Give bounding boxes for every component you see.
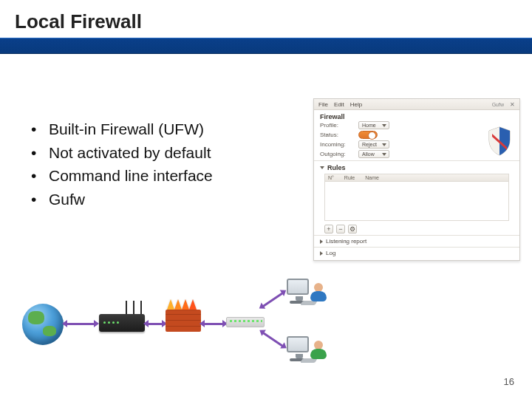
- status-toggle[interactable]: [358, 131, 378, 139]
- shield-icon: [487, 126, 512, 156]
- section-title-rules: Rules: [327, 164, 346, 171]
- section-title-listening: Listening report: [326, 238, 366, 245]
- log-section[interactable]: Log: [314, 247, 519, 259]
- section-title-log: Log: [326, 250, 335, 256]
- remove-rule-button[interactable]: −: [336, 225, 345, 233]
- profile-dropdown[interactable]: Home: [358, 121, 389, 129]
- firewall-icon: [166, 310, 201, 332]
- arrow-switch-pc2: [262, 332, 283, 347]
- gufw-menubar: File Edit Help Gufw ✕: [314, 99, 519, 110]
- add-rule-button[interactable]: +: [324, 225, 333, 233]
- globe-icon: [22, 304, 64, 345]
- page-title: Local Firewall: [15, 10, 532, 33]
- gufw-firewall-section: Firewall Profile: Home Status: Incoming:…: [314, 110, 519, 161]
- router-icon: [99, 314, 145, 332]
- bullet-item: Command line interface: [31, 164, 213, 188]
- arrow-firewall-switch: [204, 323, 223, 325]
- rules-col-rule: Rule: [344, 175, 355, 180]
- bullet-item: Gufw: [31, 188, 213, 211]
- page-number: 16: [504, 376, 514, 387]
- header-band: [0, 38, 532, 54]
- edit-rule-button[interactable]: ⚙: [348, 225, 357, 233]
- person-icon: [310, 283, 327, 302]
- menu-file[interactable]: File: [318, 101, 328, 108]
- person-icon: [310, 341, 327, 360]
- rules-col-name: Name: [365, 175, 379, 180]
- rules-list: N° Rule Name: [324, 174, 509, 221]
- incoming-label: Incoming:: [320, 141, 354, 148]
- window-title-badge: Gufw: [492, 102, 504, 107]
- profile-label: Profile:: [320, 122, 354, 129]
- status-label: Status:: [320, 132, 354, 138]
- arrow-router-firewall: [148, 323, 163, 325]
- outgoing-label: Outgoing:: [320, 151, 354, 157]
- gufw-rules-section: Rules N° Rule Name + − ⚙: [314, 161, 519, 235]
- network-diagram: [22, 276, 332, 372]
- listening-report-section[interactable]: Listening report: [314, 235, 519, 247]
- bullet-list: Built-in Firewall (UFW) Not activated by…: [31, 117, 213, 211]
- bullet-item: Not activated by default: [31, 141, 213, 165]
- arrow-globe-router: [66, 323, 95, 325]
- menu-edit[interactable]: Edit: [334, 101, 344, 108]
- incoming-dropdown[interactable]: Reject: [358, 140, 389, 149]
- chevron-down-icon: [320, 166, 324, 169]
- arrow-switch-pc1: [262, 292, 283, 307]
- rules-col-num: N°: [328, 175, 334, 180]
- bullet-item: Built-in Firewall (UFW): [31, 117, 213, 141]
- outgoing-dropdown[interactable]: Allow: [358, 150, 389, 158]
- gufw-window: File Edit Help Gufw ✕ Firewall Profile: …: [313, 98, 520, 261]
- close-icon[interactable]: ✕: [510, 101, 515, 108]
- menu-help[interactable]: Help: [350, 101, 362, 108]
- section-title-firewall: Firewall: [320, 113, 514, 120]
- switch-icon: [226, 317, 265, 327]
